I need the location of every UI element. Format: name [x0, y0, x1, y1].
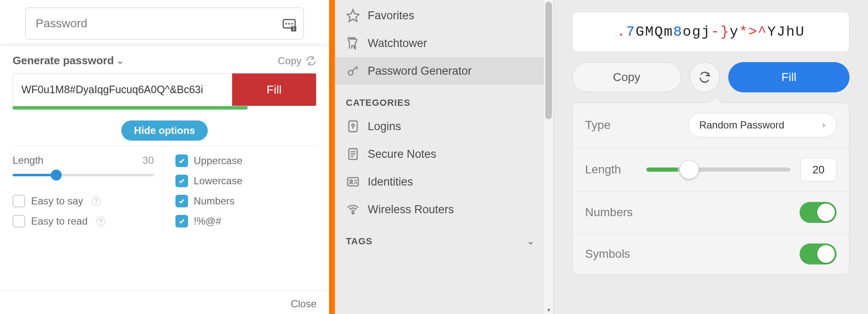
- onepassword-sidebar: Favorites Watchtower Password Generator …: [335, 0, 553, 314]
- tags-header-text: TAGS: [346, 236, 372, 247]
- easy-to-read-label: Easy to read: [31, 215, 88, 227]
- checkbox-icon: [175, 154, 188, 167]
- generated-password-row: WF0u1M8#DyaIqgFucuq6A0Q^&Bc63i Fill: [13, 73, 316, 106]
- castle-icon: [346, 36, 360, 50]
- password-input[interactable]: [25, 8, 304, 39]
- fill-button[interactable]: Fill: [728, 62, 850, 92]
- checkbox-icon: [175, 195, 188, 207]
- length-slider[interactable]: [646, 167, 790, 172]
- svg-point-1: [285, 23, 287, 24]
- numbers-label: Numbers: [585, 206, 633, 219]
- type-label: Type: [585, 118, 611, 132]
- symbols-row: Symbols: [573, 233, 849, 275]
- star-icon: [346, 8, 360, 23]
- keyhole-icon: [346, 119, 360, 133]
- checkbox-icon: [13, 215, 25, 228]
- categories-header: CATEGORIES: [335, 85, 553, 113]
- password-manager-icon[interactable]: 1: [282, 17, 296, 30]
- sidebar-item-secure-notes[interactable]: Secure Notes: [335, 140, 553, 168]
- type-selector[interactable]: Random Password ›: [688, 113, 837, 137]
- sidebar-item-identities[interactable]: Identities: [335, 168, 553, 196]
- scrollbar-track[interactable]: ▾: [544, 0, 553, 314]
- sidebar-item-label: Secure Notes: [368, 148, 437, 161]
- sidebar-item-password-generator[interactable]: Password Generator: [335, 57, 553, 85]
- help-icon[interactable]: ?: [96, 217, 105, 226]
- sidebar-item-wireless-routers[interactable]: Wireless Routers: [335, 196, 553, 223]
- lowercase-label: Lowercase: [194, 175, 243, 187]
- symbols-option[interactable]: !%@#: [175, 215, 317, 228]
- sidebar-item-label: Password Generator: [368, 65, 472, 78]
- refresh-icon: [698, 71, 711, 84]
- checkbox-icon: [175, 215, 188, 228]
- type-value: Random Password: [699, 119, 784, 131]
- numbers-toggle[interactable]: [800, 202, 837, 223]
- generator-card: Generate password ⌄ Copy WF0u1M8#DyaIqgF…: [0, 45, 329, 314]
- wifi-icon: [346, 202, 360, 217]
- svg-point-11: [350, 180, 353, 183]
- chevron-right-icon: ›: [822, 120, 825, 131]
- panel-divider: [329, 0, 335, 314]
- fill-button[interactable]: Fill: [232, 73, 316, 106]
- strength-bar: [13, 106, 248, 110]
- numbers-label: Numbers: [194, 195, 235, 207]
- close-button[interactable]: Close: [291, 298, 316, 309]
- sidebar-item-label: Wireless Routers: [368, 203, 454, 216]
- svg-text:1: 1: [292, 26, 295, 31]
- generator-title-text: Generate password: [13, 54, 114, 67]
- copy-button[interactable]: Copy: [572, 62, 681, 92]
- svg-point-2: [288, 23, 290, 24]
- checkbox-icon: [13, 195, 25, 207]
- length-value: 30: [143, 154, 154, 166]
- sidebar-item-label: Favorites: [368, 9, 414, 22]
- svg-point-3: [291, 23, 293, 24]
- generator-title[interactable]: Generate password ⌄: [13, 54, 124, 67]
- length-slider[interactable]: [13, 174, 154, 176]
- easy-to-say-label: Easy to say: [31, 195, 83, 207]
- key-icon: [346, 64, 360, 78]
- checkbox-icon: [175, 175, 188, 187]
- generated-password-display: .7GMQm8ogj-}y*>^YJhU: [572, 12, 850, 52]
- type-row: Type Random Password ›: [573, 103, 849, 148]
- refresh-button[interactable]: [690, 62, 720, 92]
- svg-rect-10: [348, 178, 358, 186]
- uppercase-label: Uppercase: [194, 155, 243, 167]
- chevron-down-icon: ⌄: [527, 236, 545, 247]
- easy-to-read-option[interactable]: Easy to read ?: [13, 215, 154, 228]
- sidebar-item-label: Identities: [368, 175, 413, 188]
- hide-options-button[interactable]: Hide options: [121, 120, 207, 141]
- scroll-down-icon[interactable]: ▾: [546, 306, 552, 312]
- sidebar-item-logins[interactable]: Logins: [335, 113, 553, 140]
- onepassword-generator-panel: .7GMQm8ogj-}y*>^YJhU Copy Fill Type Rand…: [553, 0, 868, 314]
- copy-button[interactable]: Copy: [278, 55, 301, 67]
- symbols-label: !%@#: [194, 215, 222, 227]
- length-label: Length: [13, 154, 43, 166]
- chevron-down-icon: ⌄: [116, 55, 124, 66]
- generated-password-text: WF0u1M8#DyaIqgFucuq6A0Q^&Bc63i: [13, 73, 232, 106]
- length-label: Length: [585, 163, 621, 176]
- id-card-icon: [346, 175, 360, 189]
- svg-point-8: [352, 124, 354, 126]
- sidebar-item-label: Watchtower: [368, 37, 427, 50]
- sidebar-item-favorites[interactable]: Favorites: [335, 2, 553, 29]
- symbols-label: Symbols: [585, 247, 630, 261]
- generator-settings-card: Type Random Password › Length Numbers Sy…: [572, 102, 850, 275]
- numbers-row: Numbers: [573, 192, 849, 233]
- categories-header-text: CATEGORIES: [346, 97, 410, 108]
- symbols-toggle[interactable]: [800, 243, 837, 264]
- password-field-wrap: 1: [0, 0, 329, 44]
- uppercase-option[interactable]: Uppercase: [175, 154, 317, 167]
- sidebar-item-label: Logins: [368, 120, 401, 133]
- note-icon: [346, 147, 360, 161]
- lastpass-generator-panel: 1 Generate password ⌄ Copy WF0u1M8#DyaIq…: [0, 0, 329, 314]
- sidebar-item-watchtower[interactable]: Watchtower: [335, 29, 553, 57]
- length-row: Length: [573, 148, 849, 192]
- scrollbar-thumb[interactable]: [545, 2, 552, 119]
- svg-point-12: [352, 212, 354, 214]
- lowercase-option[interactable]: Lowercase: [175, 175, 317, 187]
- length-input[interactable]: [800, 158, 837, 181]
- numbers-option[interactable]: Numbers: [175, 195, 317, 207]
- tags-header[interactable]: TAGS ⌄: [335, 223, 553, 251]
- easy-to-say-option[interactable]: Easy to say ?: [13, 195, 154, 207]
- refresh-icon[interactable]: [306, 55, 316, 66]
- help-icon[interactable]: ?: [92, 196, 101, 206]
